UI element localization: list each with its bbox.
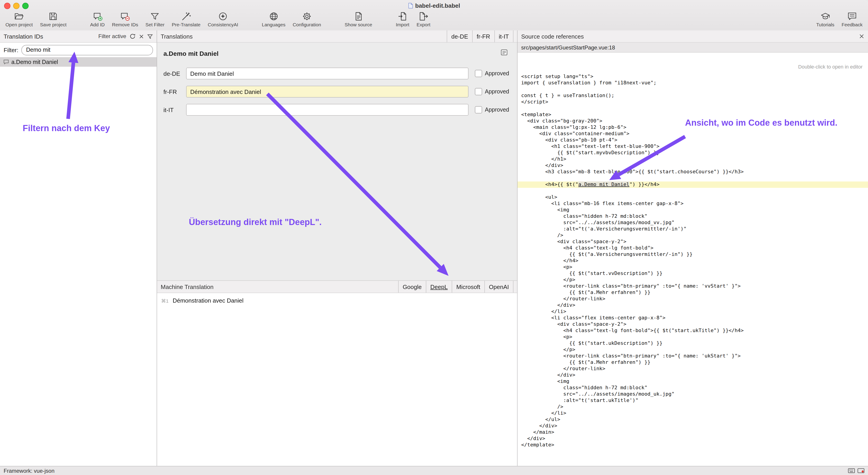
code-line: </li>: [518, 410, 868, 416]
provider-tab-openai[interactable]: OpenAI: [485, 281, 514, 293]
toolbar-open-project-button[interactable]: Open project: [5, 11, 33, 27]
code-line: </div>: [518, 162, 868, 169]
toolbar-right: TutorialsFeedback: [816, 11, 863, 27]
code-line: </template>: [518, 442, 868, 448]
mt-suggestion-text: Démonstration avec Daniel: [173, 297, 244, 304]
language-tab-fr-fr[interactable]: fr-FR: [472, 30, 494, 42]
toolbar-set-filter-button[interactable]: Set Filter: [146, 11, 164, 27]
toolbar-group: Show source: [345, 11, 372, 27]
translations-title: Translations: [161, 33, 193, 40]
translations-editor: a.Demo mit Daniel de-DEApprovedfr-FRAppr…: [157, 43, 517, 280]
toolbar-languages-button[interactable]: Languages: [262, 11, 285, 27]
window-chrome: babel-edit.babel Open projectSave projec…: [0, 0, 868, 31]
translation-row-fr-fr: fr-FRApproved: [163, 86, 509, 98]
language-label: it-IT: [163, 106, 183, 113]
code-line: </div>: [518, 436, 868, 442]
toolbar-button-label: Open project: [5, 22, 33, 27]
toolbar-export-button[interactable]: Export: [416, 11, 430, 27]
code-line: :alt="t('start.ukTitle')": [518, 398, 868, 404]
translation-row-de-de: de-DEApproved: [163, 68, 509, 79]
code-line: :alt="t('a.Versicherungsvermittler/-in')…: [518, 226, 868, 232]
toolbar-group: Add IDRemove IDsSet FilterPre-TranslateC…: [90, 11, 238, 27]
approved-checkbox-fr-fr[interactable]: [475, 88, 482, 95]
save-project-icon: [48, 11, 58, 21]
mt-suggestion[interactable]: ⌘1 Démonstration avec Daniel: [161, 297, 244, 304]
code-line: class="hidden h-72 md:block": [518, 385, 868, 391]
toolbar-tutorials-button[interactable]: Tutorials: [816, 11, 834, 27]
code-line: </router-link>: [518, 366, 868, 372]
close-panel-icon[interactable]: [859, 34, 864, 39]
toolbar-feedback-button[interactable]: Feedback: [842, 11, 863, 27]
filter-input[interactable]: [21, 45, 153, 55]
screen-recording-icon: [858, 468, 864, 473]
provider-tabs: GoogleDeepLMicrosoftOpenAI: [398, 281, 514, 293]
toolbar-button-label: Pre-Translate: [172, 22, 200, 27]
provider-tab-microsoft[interactable]: Microsoft: [452, 281, 484, 293]
approved-checkbox-de-de[interactable]: [475, 70, 482, 77]
code-line: </p>: [518, 277, 868, 283]
code-line: <img: [518, 207, 868, 213]
keyboard-icon: [848, 468, 855, 473]
code-line: [518, 105, 868, 112]
language-tabs: de-DEfr-FRit-IT: [447, 30, 514, 42]
refresh-filter-icon[interactable]: [129, 33, 136, 39]
code-line: <template>: [518, 112, 868, 118]
toolbar-button-label: Tutorials: [816, 22, 834, 27]
toolbar-configuration-button[interactable]: Configuration: [292, 11, 321, 27]
translation-input-de-de[interactable]: [186, 68, 468, 79]
toolbar-button-label: Feedback: [842, 22, 863, 27]
provider-tab-deepl[interactable]: DeepL: [426, 281, 452, 293]
code-line: {{ $t("start.myvbvDescription") }}: [518, 150, 868, 156]
highlighted-translation-key: a.Demo mit Daniel: [578, 181, 629, 188]
filter-row: Filter:: [0, 43, 157, 57]
source-file-reference[interactable]: src/pages/start/GuestStartPage.vue:18: [518, 43, 868, 53]
filter-active-label: Filter active: [98, 33, 126, 39]
language-tab-it-it[interactable]: it-IT: [494, 30, 514, 42]
mt-suggestion-shortcut: ⌘1: [161, 298, 169, 304]
code-line: </main>: [518, 429, 868, 436]
configuration-icon: [302, 11, 312, 21]
open-project-icon: [14, 11, 24, 21]
machine-translation-title: Machine Translation: [161, 283, 214, 290]
toolbar-add-id-button[interactable]: Add ID: [90, 11, 105, 27]
toolbar-group: Open projectSave project: [5, 11, 66, 27]
language-tab-de-de[interactable]: de-DE: [447, 30, 472, 42]
code-line: {{ $t("start.vvDescription") }}: [518, 270, 868, 277]
toolbar-button-label: Show source: [345, 22, 372, 27]
toolbar-button-label: Set Filter: [146, 22, 164, 27]
filter-icon[interactable]: [147, 33, 153, 39]
machine-translation-results: ⌘1 Démonstration avec Daniel: [157, 293, 517, 466]
translation-rows: de-DEApprovedfr-FRApprovedit-ITApproved: [157, 43, 517, 280]
window-title: babel-edit.babel: [0, 2, 868, 9]
approved-label: Approved: [485, 107, 509, 113]
toolbar-group: ImportExport: [396, 11, 430, 27]
toolbar-save-project-button[interactable]: Save project: [40, 11, 66, 27]
approved-checkbox-it-it[interactable]: [475, 106, 482, 113]
toolbar-consistencyai-button[interactable]: ConsistencyAI: [208, 11, 238, 27]
code-line: {{ $t("a.Mehr erfahren") }}: [518, 290, 868, 296]
show-source-icon: [353, 11, 363, 21]
code-line: {{ $t("start.ukDescription") }}: [518, 340, 868, 347]
code-line: import { useTranslation } from "i18next-…: [518, 80, 868, 86]
code-line: <li class="flex items-center gap-x-8">: [518, 315, 868, 321]
toolbar-pre-translate-button[interactable]: Pre-Translate: [172, 11, 200, 27]
pre-translate-icon: [181, 11, 191, 21]
framework-label: Framework: vue-json: [4, 468, 55, 474]
code-line: {{ $t("a.Versicherungsvermittler/-in") }…: [518, 251, 868, 258]
translation-id-list: a.Demo mit Daniel: [0, 57, 157, 466]
annotation-deepl-note: Übersetzung direkt mit "DeepL".: [189, 217, 322, 227]
toolbar-import-button[interactable]: Import: [396, 11, 409, 27]
code-line: <div class="container-medium">: [518, 131, 868, 137]
code-listing: <script setup lang="ts">import { useTran…: [518, 73, 868, 448]
toolbar-show-source-button[interactable]: Show source: [345, 11, 372, 27]
toolbar-groups: Open projectSave projectAdd IDRemove IDs…: [5, 11, 430, 27]
translation-id-item[interactable]: a.Demo mit Daniel: [0, 57, 157, 67]
provider-tab-google[interactable]: Google: [398, 281, 426, 293]
code-line: </h1>: [518, 156, 868, 162]
toolbar-remove-ids-button[interactable]: Remove IDs: [112, 11, 138, 27]
translation-input-it-it[interactable]: [186, 104, 468, 116]
editor-hint: Double-click to open in editor: [798, 64, 863, 69]
translation-input-fr-fr[interactable]: [186, 86, 468, 98]
code-line: src="../../assets/images/mood_vv.jpg": [518, 219, 868, 226]
clear-filter-icon[interactable]: [139, 34, 144, 39]
